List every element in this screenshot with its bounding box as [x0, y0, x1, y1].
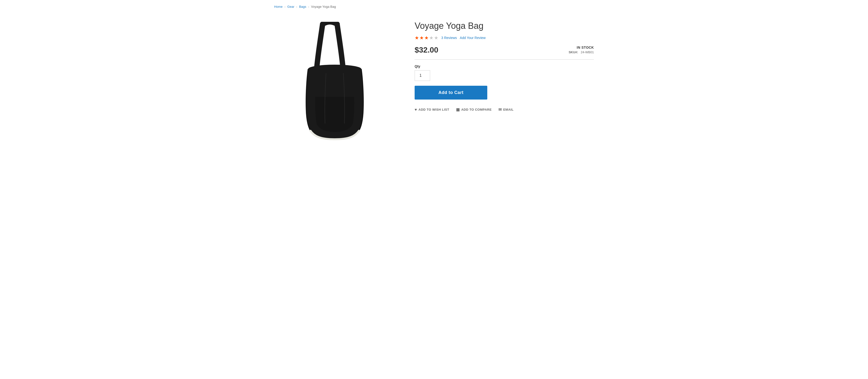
- add-review-link[interactable]: Add Your Review: [460, 36, 486, 40]
- email-label: EMAIL: [503, 108, 514, 112]
- wish-list-link[interactable]: ♥ ADD TO WISH LIST: [414, 107, 449, 112]
- rating-container: ★ ★ ★ ★ ★ 3 Reviews Add Your Review: [414, 35, 594, 41]
- breadcrumb-sep-2: ›: [296, 5, 297, 8]
- product-image-container: [274, 18, 395, 151]
- review-count-number: 3: [441, 36, 443, 40]
- email-link[interactable]: ✉ EMAIL: [498, 107, 514, 112]
- product-price: $32.00: [414, 45, 438, 55]
- compare-icon: ▦: [456, 107, 460, 112]
- breadcrumb-bags[interactable]: Bags: [299, 5, 306, 8]
- breadcrumb-sep-1: ›: [285, 5, 285, 8]
- star-4: ★: [429, 35, 434, 41]
- breadcrumb-sep-3: ›: [308, 5, 309, 8]
- wish-list-label: ADD TO WISH LIST: [418, 108, 449, 112]
- product-info: Voyage Yoga Bag ★ ★ ★ ★ ★ 3 Reviews Add …: [414, 18, 594, 112]
- sku-container: SKU#: 24-WB01: [569, 51, 594, 54]
- qty-input[interactable]: [414, 70, 430, 81]
- action-links: ♥ ADD TO WISH LIST ▦ ADD TO COMPARE ✉ EM…: [414, 107, 594, 112]
- breadcrumb-gear[interactable]: Gear: [287, 5, 294, 8]
- sku-value: 24-WB01: [581, 51, 594, 54]
- price-divider: [414, 59, 594, 60]
- star-5: ★: [434, 35, 438, 41]
- sku-label: SKU#:: [569, 51, 578, 54]
- breadcrumb-current: Voyage Yoga Bag: [311, 5, 336, 8]
- price-container: $32.00 IN STOCK SKU#: 24-WB01: [414, 45, 594, 55]
- stock-sku-block: IN STOCK SKU#: 24-WB01: [569, 45, 594, 54]
- heart-icon: ♥: [414, 107, 417, 112]
- compare-link[interactable]: ▦ ADD TO COMPARE: [456, 107, 492, 112]
- svg-point-0: [308, 65, 361, 73]
- reviews-label: Reviews: [444, 36, 457, 40]
- reviews-count-link[interactable]: 3 Reviews: [441, 36, 457, 40]
- product-title: Voyage Yoga Bag: [414, 21, 594, 31]
- compare-label: ADD TO COMPARE: [461, 108, 492, 112]
- stars: ★ ★ ★ ★ ★: [414, 35, 438, 41]
- product-image-wrapper: [277, 18, 393, 151]
- star-3: ★: [424, 35, 429, 41]
- page-wrapper: Home › Gear › Bags › Voyage Yoga Bag: [265, 0, 603, 156]
- breadcrumb: Home › Gear › Bags › Voyage Yoga Bag: [274, 5, 594, 8]
- product-image: [289, 22, 381, 148]
- add-to-cart-button[interactable]: Add to Cart: [414, 86, 487, 99]
- stock-status: IN STOCK: [569, 45, 594, 50]
- email-icon: ✉: [498, 107, 502, 112]
- qty-label: Qty: [414, 64, 594, 68]
- star-2: ★: [420, 35, 424, 41]
- breadcrumb-home[interactable]: Home: [274, 5, 283, 8]
- star-1: ★: [414, 35, 419, 41]
- product-layout: Voyage Yoga Bag ★ ★ ★ ★ ★ 3 Reviews Add …: [274, 18, 594, 151]
